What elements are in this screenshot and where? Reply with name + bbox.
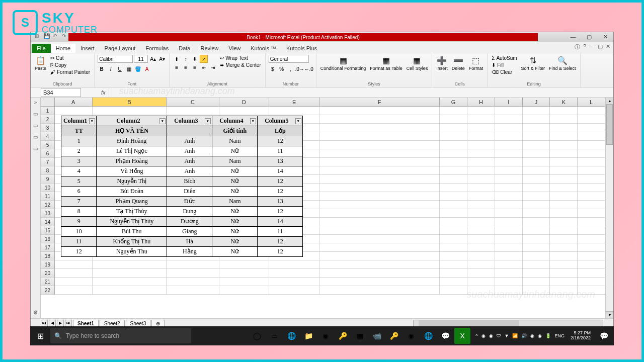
cell-H3[interactable] (467, 124, 495, 132)
cell-J1[interactable] (523, 107, 550, 115)
cell-G5[interactable] (440, 141, 467, 149)
tab-view[interactable]: View (224, 44, 246, 53)
cell-E22[interactable] (269, 286, 319, 295)
cell-J19[interactable] (523, 260, 550, 269)
cell-H15[interactable] (467, 226, 495, 235)
filter-dropdown-0[interactable]: ▾ (89, 118, 95, 124)
col-header-J[interactable]: J (523, 98, 550, 106)
col-header-G[interactable]: G (440, 98, 467, 106)
cell-H17[interactable] (467, 243, 495, 252)
cell-J11[interactable] (523, 192, 550, 201)
cell-F4[interactable] (319, 132, 440, 141)
table-cell-r11-c1[interactable]: Nguyễn Thu (97, 247, 167, 257)
chrome-icon[interactable]: ◉ (317, 328, 334, 344)
cell-F20[interactable] (319, 269, 440, 278)
cell-G18[interactable] (440, 252, 467, 260)
horizontal-scrollbar[interactable] (413, 320, 603, 327)
cell-G7[interactable] (440, 158, 467, 166)
cell-H6[interactable] (467, 149, 495, 158)
table-cell-r3-c2[interactable]: Anh (167, 166, 212, 176)
table-cell-r10-c0[interactable]: 11 (61, 237, 97, 247)
tab-kutools[interactable]: Kutools ™ (246, 44, 281, 53)
table-cell-r9-c3[interactable]: Nữ (212, 227, 258, 237)
cell-L10[interactable] (578, 184, 605, 192)
cell-I19[interactable] (495, 260, 523, 269)
edge-icon[interactable]: 🌐 (283, 328, 299, 344)
row-header-8[interactable]: 8 (41, 166, 55, 175)
cell-F16[interactable] (319, 235, 440, 243)
cell-L15[interactable] (578, 226, 605, 235)
cell-L13[interactable] (578, 209, 605, 218)
cell-E20[interactable] (269, 269, 319, 278)
cell-G16[interactable] (440, 235, 467, 243)
cell-G19[interactable] (440, 260, 467, 269)
tab-formulas[interactable]: Formulas (140, 44, 174, 53)
vscroll-thumb[interactable] (606, 105, 613, 145)
table-cell-r7-c1[interactable]: Tạ Thị Thùy (97, 207, 167, 217)
cell-J21[interactable] (523, 278, 550, 286)
col-header-A[interactable]: A (55, 98, 93, 106)
rail-expand-icon[interactable]: » (34, 100, 37, 105)
table-header-3[interactable]: Column4▾ (212, 116, 258, 126)
table-subheader-0[interactable]: TT (61, 126, 97, 136)
row-header-5[interactable]: 5 (41, 141, 55, 149)
sheet-nav-prev[interactable]: ◀ (49, 320, 56, 327)
select-all-corner[interactable] (41, 98, 55, 106)
table-cell-r10-c1[interactable]: Khổng Thị Thu (97, 237, 167, 247)
row-header-20[interactable]: 20 (41, 269, 55, 278)
increase-indent-button[interactable]: ⇥ (209, 63, 217, 71)
table-cell-r7-c0[interactable]: 8 (61, 207, 97, 217)
cell-L11[interactable] (578, 192, 605, 201)
cell-I12[interactable] (495, 201, 523, 209)
cell-A21[interactable] (55, 278, 93, 286)
formula-bar[interactable]: suachuamaytinhdanang.com (109, 88, 613, 97)
paste-button[interactable]: 📋 Paste (34, 55, 47, 71)
cell-H14[interactable] (467, 218, 495, 226)
new-sheet-button[interactable]: ⊕ (151, 320, 165, 327)
cell-L19[interactable] (578, 260, 605, 269)
rail-icon-3[interactable]: ▭ (33, 134, 38, 140)
cell-G20[interactable] (440, 269, 467, 278)
cell-F2[interactable] (319, 115, 440, 124)
cell-K12[interactable] (550, 201, 578, 209)
cell-H11[interactable] (467, 192, 495, 201)
cell-G15[interactable] (440, 226, 467, 235)
cell-G3[interactable] (440, 124, 467, 132)
cell-K6[interactable] (550, 149, 578, 158)
cell-F18[interactable] (319, 252, 440, 260)
align-bottom-button[interactable]: ⬇ (191, 55, 199, 63)
table-subheader-1[interactable]: HỌ VÀ TÊN (97, 126, 167, 136)
cell-G22[interactable] (440, 286, 467, 295)
table-cell-r8-c1[interactable]: Nguyễn Thị Thùy (97, 217, 167, 227)
cell-J4[interactable] (523, 132, 550, 141)
filter-dropdown-4[interactable]: ▾ (295, 118, 301, 124)
cell-G14[interactable] (440, 218, 467, 226)
cell-L3[interactable] (578, 124, 605, 132)
taskbar-search[interactable]: 🔍 Type here to search (50, 328, 191, 343)
row-header-17[interactable]: 17 (41, 243, 55, 252)
cell-F22[interactable] (319, 286, 440, 295)
cell-B22[interactable] (93, 286, 167, 295)
cell-J20[interactable] (523, 269, 550, 278)
clear-button[interactable]: ⌫Clear (491, 69, 518, 75)
orientation-button[interactable]: ↗ (200, 55, 208, 63)
cell-J10[interactable] (523, 184, 550, 192)
cell-F14[interactable] (319, 218, 440, 226)
cell-K3[interactable] (550, 124, 578, 132)
table-cell-r6-c4[interactable]: 13 (258, 197, 303, 207)
cell-H4[interactable] (467, 132, 495, 141)
cell-L5[interactable] (578, 141, 605, 149)
col-header-D[interactable]: D (219, 98, 270, 106)
filter-dropdown-3[interactable]: ▾ (250, 118, 256, 124)
close-button[interactable]: ✕ (599, 32, 611, 41)
cell-F8[interactable] (319, 166, 440, 175)
explorer-icon[interactable]: 📁 (300, 328, 316, 344)
cell-K9[interactable] (550, 175, 578, 184)
cell-L18[interactable] (578, 252, 605, 260)
cell-K22[interactable] (550, 286, 578, 295)
app-icon-1[interactable]: 🔑 (335, 328, 351, 344)
format-as-table-button[interactable]: ▦Format as Table (369, 55, 403, 71)
sheet-tab-3[interactable]: Sheet3 (126, 320, 151, 327)
row-header-10[interactable]: 10 (41, 184, 55, 192)
cell-G1[interactable] (440, 107, 467, 115)
